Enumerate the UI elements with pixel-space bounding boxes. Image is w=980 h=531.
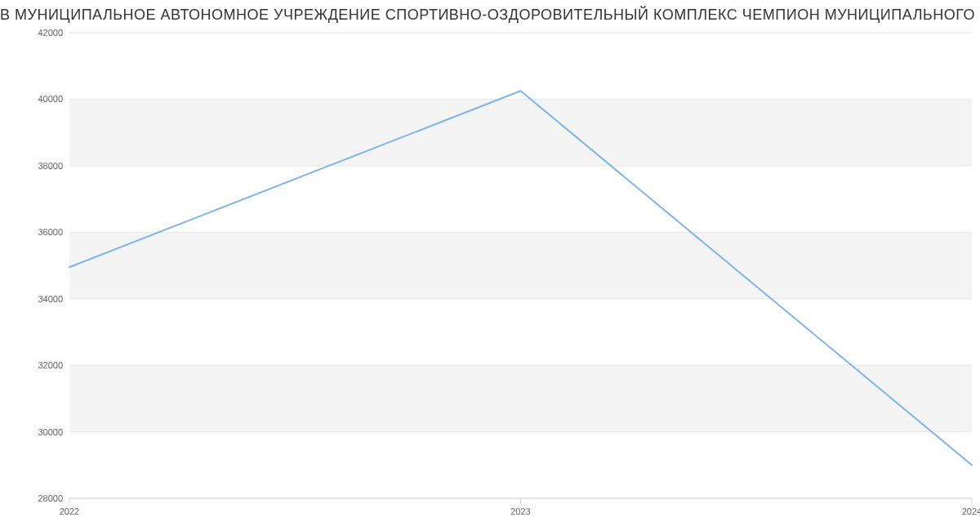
y-tick-label: 30000 (38, 427, 63, 437)
x-tick-label: 2022 (60, 506, 79, 516)
x-tick-label: 2023 (510, 506, 530, 516)
chart-title: В МУНИЦИПАЛЬНОЕ АВТОНОМНОЕ УЧРЕЖДЕНИЕ СП… (0, 7, 980, 24)
grid-band (69, 232, 972, 298)
y-tick-label: 36000 (38, 227, 63, 237)
grid-band (69, 365, 972, 431)
y-tick-label: 38000 (38, 161, 63, 171)
chart-container: В МУНИЦИПАЛЬНОЕ АВТОНОМНОЕ УЧРЕЖДЕНИЕ СП… (0, 0, 980, 531)
grid-band (69, 99, 972, 165)
y-tick-label: 32000 (38, 360, 63, 370)
y-tick-label: 40000 (38, 94, 63, 104)
y-tick-label: 28000 (38, 493, 63, 503)
y-tick-label: 42000 (38, 28, 63, 38)
y-tick-label: 34000 (38, 294, 63, 304)
x-tick-label: 2024 (962, 506, 980, 516)
chart-svg: 2800030000320003400036000380004000042000… (0, 0, 980, 531)
